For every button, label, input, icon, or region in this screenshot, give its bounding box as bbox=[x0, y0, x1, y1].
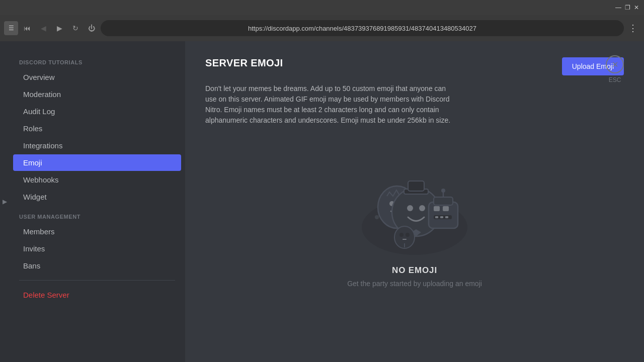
skip-back-button[interactable]: ⏮ bbox=[20, 21, 34, 35]
browser-chrome: — ❐ ✕ ☰ ⏮ ◀ ▶ ↻ ⏻ ⋮ bbox=[0, 0, 644, 41]
svg-point-14 bbox=[419, 205, 425, 211]
close-icon: ✕ bbox=[612, 60, 618, 69]
left-edge-panel[interactable]: ▶ bbox=[0, 41, 9, 362]
svg-rect-20 bbox=[443, 206, 449, 211]
edge-arrow-icon: ▶ bbox=[3, 198, 7, 205]
sidebar-item-roles[interactable]: Roles bbox=[13, 120, 181, 137]
description-text: Don't let your memes be dreams. Add up t… bbox=[205, 83, 452, 126]
sidebar-item-overview[interactable]: Overview bbox=[13, 69, 181, 85]
esc-label: ESC bbox=[609, 76, 621, 83]
page-title: SERVER EMOJI bbox=[205, 57, 283, 69]
svg-rect-22 bbox=[435, 216, 438, 218]
sidebar-item-emoji[interactable]: Emoji bbox=[13, 154, 181, 171]
close-button[interactable]: ✕ bbox=[633, 4, 640, 11]
browser-menu-button[interactable]: ⋮ bbox=[626, 21, 640, 35]
sidebar-toggle-button[interactable]: ☰ bbox=[4, 21, 18, 35]
sidebar-divider bbox=[19, 280, 175, 281]
restore-button[interactable]: ❐ bbox=[624, 4, 631, 11]
sidebar: DISCORD TUTORIALS Overview Moderation Au… bbox=[9, 41, 185, 362]
address-bar[interactable] bbox=[101, 20, 624, 36]
power-button[interactable]: ⏻ bbox=[85, 21, 99, 35]
svg-rect-12 bbox=[408, 181, 424, 191]
svg-point-26 bbox=[399, 233, 404, 237]
app-container: ▶ DISCORD TUTORIALS Overview Moderation … bbox=[0, 41, 644, 362]
svg-point-27 bbox=[406, 233, 410, 237]
sidebar-item-widget[interactable]: Widget bbox=[13, 189, 181, 205]
svg-rect-24 bbox=[445, 216, 448, 218]
svg-point-18 bbox=[441, 189, 445, 193]
minimize-button[interactable]: — bbox=[615, 4, 622, 11]
sidebar-item-audit-log[interactable]: Audit Log bbox=[13, 103, 181, 120]
forward-button[interactable]: ▶ bbox=[52, 21, 66, 35]
refresh-button[interactable]: ↻ bbox=[68, 21, 83, 35]
esc-button[interactable]: ✕ bbox=[606, 55, 624, 73]
svg-point-6 bbox=[375, 215, 379, 219]
browser-toolbar: ☰ ⏮ ◀ ▶ ↻ ⏻ ⋮ bbox=[0, 15, 644, 41]
sidebar-item-members[interactable]: Members bbox=[13, 223, 181, 240]
sidebar-item-integrations[interactable]: Integrations bbox=[13, 137, 181, 154]
sidebar-item-webhooks[interactable]: Webhooks bbox=[13, 171, 181, 188]
browser-titlebar: — ❐ ✕ bbox=[0, 0, 644, 15]
discord-tutorials-section-label: DISCORD TUTORIALS bbox=[9, 51, 185, 68]
user-management-section-label: USER MANAGEMENT bbox=[9, 206, 185, 223]
emoji-illustration bbox=[352, 152, 477, 257]
empty-state-title: NO EMOJI bbox=[392, 265, 437, 276]
sidebar-item-delete-server[interactable]: Delete Server bbox=[13, 287, 181, 303]
esc-container: ✕ ESC bbox=[606, 55, 624, 83]
page-header: SERVER EMOJI Upload Emoji bbox=[205, 57, 624, 75]
svg-rect-23 bbox=[440, 216, 443, 218]
svg-rect-16 bbox=[434, 197, 453, 205]
svg-point-13 bbox=[407, 205, 413, 211]
svg-rect-19 bbox=[434, 206, 440, 211]
empty-state: NO EMOJI Get the party started by upload… bbox=[205, 142, 624, 298]
empty-state-subtitle: Get the party started by uploading an em… bbox=[347, 280, 482, 288]
sidebar-item-bans[interactable]: Bans bbox=[13, 257, 181, 274]
sidebar-item-moderation[interactable]: Moderation bbox=[13, 86, 181, 103]
main-content: ✕ ESC SERVER EMOJI Upload Emoji Don't le… bbox=[185, 41, 644, 362]
emoji-svg bbox=[352, 152, 477, 257]
back-button[interactable]: ◀ bbox=[36, 21, 50, 35]
sidebar-item-invites[interactable]: Invites bbox=[13, 240, 181, 257]
